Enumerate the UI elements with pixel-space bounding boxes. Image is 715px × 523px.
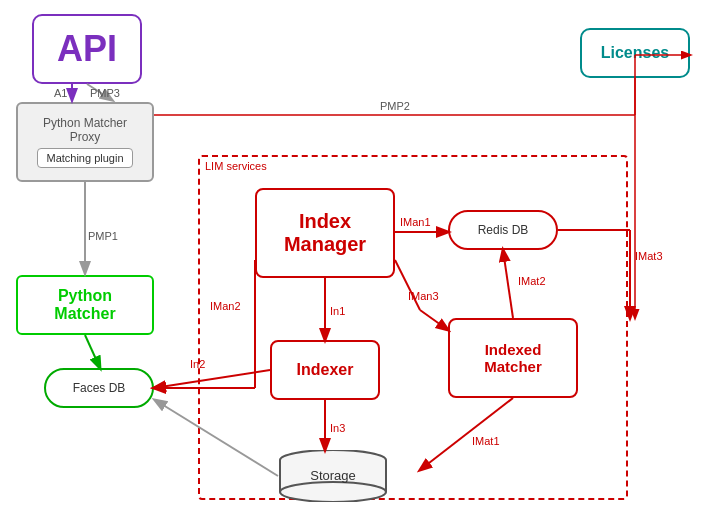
index-manager-box: IndexManager	[255, 188, 395, 278]
licenses-label: Licenses	[601, 44, 669, 62]
indexed-matcher-label: IndexedMatcher	[484, 341, 542, 375]
indexed-matcher-box: IndexedMatcher	[448, 318, 578, 398]
diagram: LIM services API Python MatcherProxy Mat…	[0, 0, 715, 523]
faces-db-label: Faces DB	[73, 381, 126, 395]
indexer-box: Indexer	[270, 340, 380, 400]
index-manager-label: IndexManager	[284, 210, 366, 256]
plugin-box: Matching plugin	[37, 148, 132, 168]
label-a1: A1	[54, 87, 67, 99]
indexer-label: Indexer	[297, 361, 354, 379]
storage-box: Storage	[278, 450, 388, 502]
svg-line-9	[85, 335, 100, 368]
label-pmp1: PMP1	[88, 230, 118, 242]
label-imat3: IMat3	[635, 250, 663, 262]
licenses-box: Licenses	[580, 28, 690, 78]
redis-db-box: Redis DB	[448, 210, 558, 250]
redis-db-label: Redis DB	[478, 223, 529, 237]
label-pmp3: PMP3	[90, 87, 120, 99]
pmp-box: Python MatcherProxy Matching plugin	[16, 102, 154, 182]
faces-db-box: Faces DB	[44, 368, 154, 408]
label-pmp2: PMP2	[380, 100, 410, 112]
python-matcher-label: PythonMatcher	[54, 287, 115, 323]
storage-svg: Storage	[278, 450, 388, 502]
lim-services-label: LIM services	[205, 160, 267, 172]
svg-line-7	[87, 84, 112, 100]
plugin-label: Matching plugin	[46, 152, 123, 164]
svg-text:Storage: Storage	[310, 468, 356, 483]
api-label: API	[57, 28, 117, 70]
svg-point-4	[280, 482, 386, 502]
python-matcher-box: PythonMatcher	[16, 275, 154, 335]
pmp-title: Python MatcherProxy	[43, 116, 127, 144]
api-box: API	[32, 14, 142, 84]
